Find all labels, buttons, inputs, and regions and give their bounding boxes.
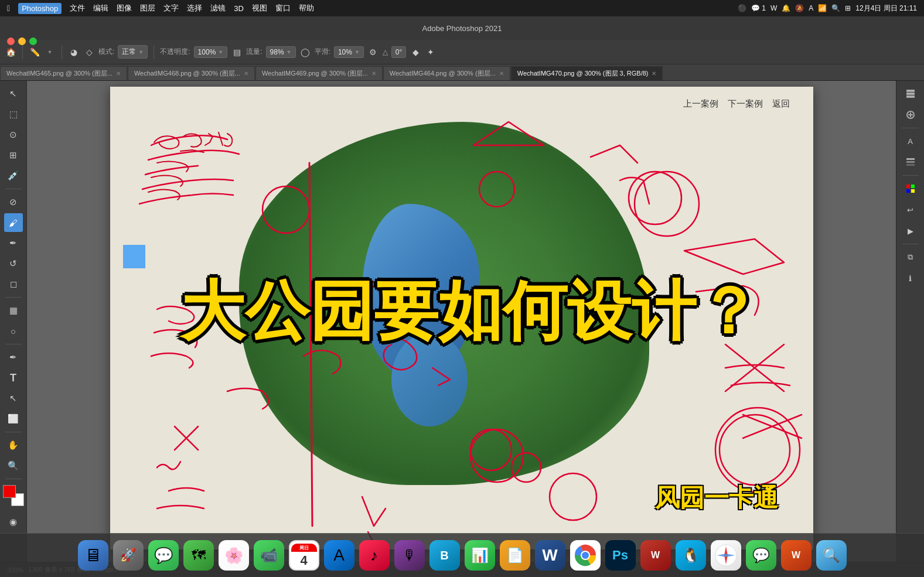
pen-tool[interactable]: ✒: [4, 348, 23, 367]
crop-tool[interactable]: ⊞: [4, 146, 23, 165]
dock-qq[interactable]: 🐧: [674, 539, 707, 572]
next-case-button[interactable]: 下一案例: [728, 98, 763, 110]
dock-finder2[interactable]: 🔍: [815, 539, 848, 572]
search-icon[interactable]: 🔍: [831, 4, 840, 12]
dock-ps[interactable]: Ps: [604, 539, 637, 572]
eraser-tool[interactable]: ◻: [4, 275, 23, 293]
dock-appstore[interactable]: A: [323, 539, 356, 572]
history-btn[interactable]: ↩: [901, 200, 920, 219]
menu-window[interactable]: 窗口: [275, 3, 291, 13]
history-brush-tool[interactable]: ↺: [4, 254, 23, 273]
marquee-tool[interactable]: ⬚: [4, 105, 23, 124]
dock-chrome[interactable]: [569, 539, 602, 572]
menu-file[interactable]: 文件: [70, 3, 85, 13]
foreground-color[interactable]: [3, 485, 16, 498]
menu-select[interactable]: 选择: [187, 3, 202, 13]
flow-toggle[interactable]: ◯: [299, 46, 311, 58]
menu-photoshop[interactable]: Photoshop: [18, 3, 62, 14]
dock-safari[interactable]: [710, 539, 742, 572]
dock-launchpad[interactable]: 🚀: [112, 539, 145, 572]
dock-wechat[interactable]: 💬: [745, 539, 778, 572]
minimize-button[interactable]: [18, 37, 26, 45]
apple-logo[interactable]: : [7, 4, 10, 13]
opacity-dropdown[interactable]: 100% ▼: [194, 46, 228, 58]
layers-btn[interactable]: [901, 84, 920, 103]
brush-chevron[interactable]: ▼: [44, 46, 56, 58]
dock-wps2[interactable]: W: [780, 539, 813, 572]
dock-wps-writer[interactable]: W: [639, 539, 672, 572]
control-center-icon[interactable]: ⊞: [845, 4, 851, 12]
dock-bilibili[interactable]: B: [428, 539, 461, 572]
menu-view[interactable]: 视图: [252, 3, 267, 13]
angle-dropdown[interactable]: 0°: [391, 46, 406, 58]
color-boxes[interactable]: [3, 485, 24, 506]
dock-messages[interactable]: 💬: [147, 539, 180, 572]
back-button[interactable]: 返回: [772, 98, 790, 110]
tab-5-close[interactable]: ✕: [652, 70, 656, 77]
menu-filter[interactable]: 滤镜: [210, 3, 226, 13]
smooth-dropdown[interactable]: 10% ▼: [334, 46, 364, 58]
tab-4[interactable]: WechatIMG464.png @ 300% (图层... ✕: [383, 66, 510, 80]
channels-btn[interactable]: [901, 153, 920, 172]
close-button[interactable]: [7, 37, 15, 45]
layer-comp-btn[interactable]: ⧉: [901, 248, 920, 267]
tab-4-close[interactable]: ✕: [499, 70, 504, 77]
dock-music[interactable]: ♪: [358, 539, 391, 572]
maximize-button[interactable]: [29, 37, 37, 45]
dock-photos[interactable]: 🌸: [217, 539, 250, 572]
properties-btn[interactable]: [901, 105, 920, 124]
menu-edit[interactable]: 编辑: [93, 3, 108, 13]
clone-stamp-tool[interactable]: ✒: [4, 234, 23, 252]
brush-tool active[interactable]: 🖌: [4, 213, 23, 232]
tab-1-close[interactable]: ✕: [116, 70, 121, 77]
tab-3-close[interactable]: ✕: [371, 70, 376, 77]
dock-numbers[interactable]: 📊: [463, 539, 496, 572]
hand-tool[interactable]: ✋: [4, 436, 23, 455]
canvas-area[interactable]: 上一案例 下一案例 返回: [27, 81, 896, 562]
text-tool[interactable]: T: [4, 368, 23, 387]
prev-case-button[interactable]: 上一案例: [683, 98, 718, 110]
zoom-tool[interactable]: 🔍: [4, 456, 23, 475]
opacity-toggle[interactable]: ▤: [231, 46, 243, 58]
menu-text[interactable]: 文字: [163, 3, 179, 13]
adjustments-btn[interactable]: A: [901, 132, 920, 151]
tab-3[interactable]: WechatIMG469.png @ 300% (图层... ✕: [255, 66, 383, 80]
dock-maps[interactable]: 🗺: [182, 539, 215, 572]
actions-btn[interactable]: ▶: [901, 221, 920, 240]
info-btn[interactable]: ℹ: [901, 269, 920, 288]
spot-heal-tool[interactable]: ⊘: [4, 193, 23, 211]
gradient-tool[interactable]: ▦: [4, 301, 23, 320]
mode-dropdown[interactable]: 正常 ▼: [118, 45, 148, 59]
menu-help[interactable]: 帮助: [299, 3, 314, 13]
dock-calendar[interactable]: 周日 4: [288, 539, 320, 572]
flow-dropdown[interactable]: 98% ▼: [266, 46, 296, 58]
extra-option[interactable]: ✦: [425, 46, 437, 58]
dock-pages[interactable]: 📄: [499, 539, 531, 572]
dock-finder[interactable]: 🖥: [77, 539, 110, 572]
tab-1-label: WechatIMG465.png @ 300% (图层...: [6, 69, 112, 78]
shape-tool[interactable]: ⬜: [4, 409, 23, 428]
path-select-tool[interactable]: ↖: [4, 389, 23, 408]
angle-icon[interactable]: ◇: [83, 46, 95, 58]
tab-2-close[interactable]: ✕: [244, 70, 248, 77]
tab-5[interactable]: WechatIMG470.png @ 300% (图层 3, RGB/8) ✕: [511, 66, 663, 80]
lasso-tool[interactable]: ⊙: [4, 125, 23, 144]
smooth-option[interactable]: ◆: [410, 46, 421, 58]
tab-2[interactable]: WechatIMG468.png @ 300% (图层... ✕: [128, 66, 255, 80]
tab-1[interactable]: WechatIMG465.png @ 300% (图层... ✕: [0, 66, 127, 80]
menu-image[interactable]: 图像: [117, 3, 132, 13]
eyedropper-tool[interactable]: 💉: [4, 166, 23, 185]
titlebar: Adobe Photoshop 2021: [0, 16, 924, 40]
move-tool[interactable]: ↖: [4, 84, 23, 103]
dock-podcast[interactable]: 🎙: [393, 539, 426, 572]
quick-mask-tool[interactable]: ◉: [4, 513, 23, 531]
menu-layer[interactable]: 图层: [140, 3, 155, 13]
pressure-icon[interactable]: ◕: [68, 46, 80, 58]
settings-icon[interactable]: ⚙: [367, 46, 379, 58]
dodge-tool[interactable]: ○: [4, 322, 23, 340]
opacity-label: 不透明度:: [160, 47, 190, 57]
dock-word[interactable]: W: [534, 539, 567, 572]
menu-3d[interactable]: 3D: [234, 4, 244, 13]
swatches-btn[interactable]: [901, 179, 920, 198]
dock-facetime[interactable]: 📹: [253, 539, 285, 572]
